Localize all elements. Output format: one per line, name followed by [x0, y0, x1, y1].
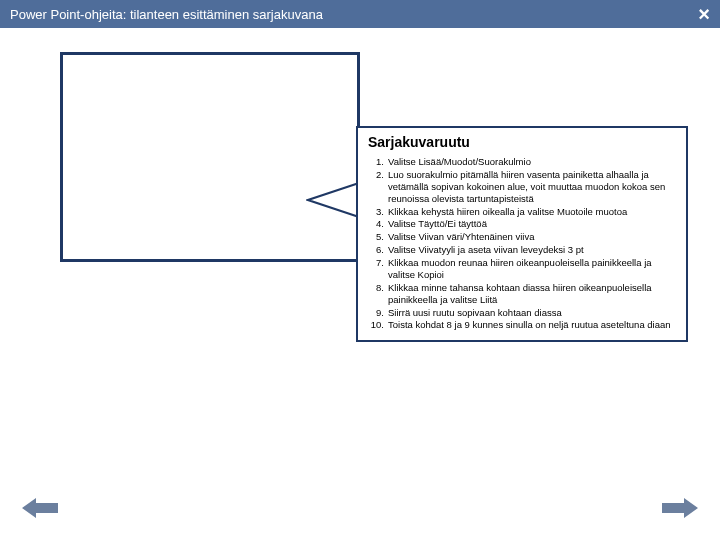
- svg-marker-1: [662, 498, 698, 518]
- callout-heading: Sarjakuvaruutu: [368, 134, 676, 150]
- list-item: 3.Klikkaa kehystä hiiren oikealla ja val…: [368, 206, 676, 218]
- comic-frame-example: [60, 52, 360, 262]
- title-bar: Power Point-ohjeita: tilanteen esittämin…: [0, 0, 720, 28]
- close-icon[interactable]: ×: [698, 4, 710, 24]
- page-title: Power Point-ohjeita: tilanteen esittämin…: [10, 7, 323, 22]
- instructions-callout: Sarjakuvaruutu 1.Valitse Lisää/Muodot/Su…: [356, 126, 688, 342]
- list-item: 4.Valitse Täyttö/Ei täyttöä: [368, 218, 676, 230]
- list-item: 8.Klikkaa minne tahansa kohtaan diassa h…: [368, 282, 676, 306]
- list-item: 10.Toista kohdat 8 ja 9 kunnes sinulla o…: [368, 319, 676, 331]
- list-item: 6.Valitse Viivatyyli ja aseta viivan lev…: [368, 244, 676, 256]
- list-item: 2.Luo suorakulmio pitämällä hiiren vasen…: [368, 169, 676, 205]
- list-item: 7.Klikkaa muodon reunaa hiiren oikeanpuo…: [368, 257, 676, 281]
- list-item: 9.Siirrä uusi ruutu sopivaan kohtaan dia…: [368, 307, 676, 319]
- next-arrow-icon[interactable]: [662, 498, 698, 518]
- instruction-list: 1.Valitse Lisää/Muodot/Suorakulmio 2.Luo…: [368, 156, 676, 331]
- prev-arrow-icon[interactable]: [22, 498, 58, 518]
- list-item: 5.Valitse Viivan väri/Yhtenäinen viiva: [368, 231, 676, 243]
- list-item: 1.Valitse Lisää/Muodot/Suorakulmio: [368, 156, 676, 168]
- svg-marker-0: [22, 498, 58, 518]
